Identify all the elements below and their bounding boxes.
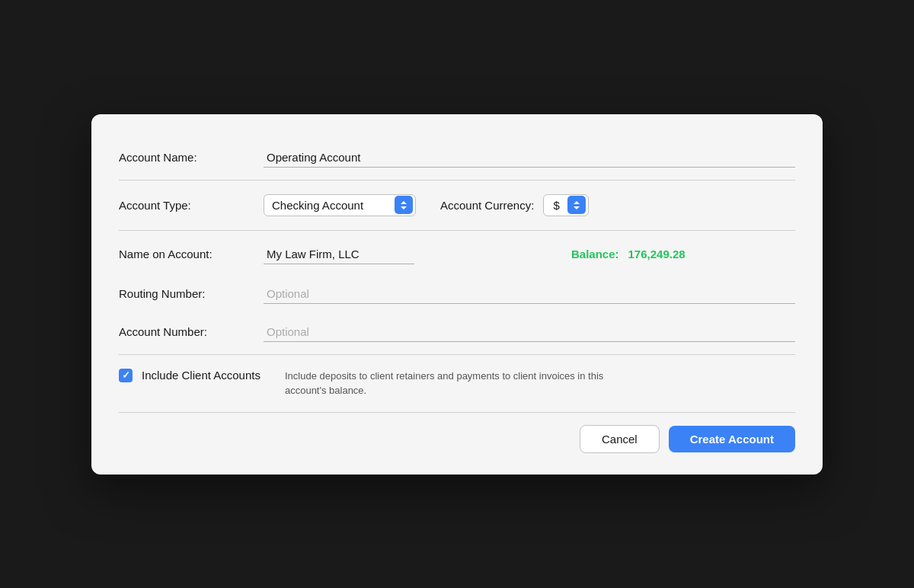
include-client-accounts-checkbox[interactable]: ✓ [119,369,133,382]
checkmark-icon: ✓ [122,370,130,380]
account-name-label: Account Name: [119,151,264,164]
include-client-accounts-label: Include Client Accounts [142,369,260,382]
button-row: Cancel Create Account [119,416,795,453]
account-type-label: Account Type: [119,199,264,212]
divider-2 [119,230,795,231]
name-on-account-row: Name on Account: Balance: 176,249.28 [119,234,795,275]
currency-select-wrapper: $ € £ ¥ [543,194,589,216]
routing-number-row: Routing Number: [119,275,795,313]
account-number-label: Account Number: [119,325,264,338]
create-account-dialog: Account Name: Account Type: Checking Acc… [91,114,823,475]
currency-select[interactable]: $ € £ ¥ [543,194,589,216]
name-on-account-input[interactable] [264,244,414,264]
balance-label: Balance: [571,248,619,260]
divider-1 [119,180,795,181]
include-client-accounts-row: ✓ Include Client Accounts Include deposi… [119,355,795,409]
cancel-button[interactable]: Cancel [580,425,660,453]
account-type-row: Account Type: Checking Account Savings A… [119,184,795,227]
name-input-wrapper [264,244,553,264]
include-client-accounts-description: Include deposits to client retainers and… [285,369,605,398]
balance-section: Balance: 176,249.28 [571,248,686,260]
account-type-select-wrapper: Checking Account Savings Account Credit … [264,194,416,216]
account-currency-label: Account Currency: [440,199,534,212]
account-type-controls: Checking Account Savings Account Credit … [264,194,795,216]
balance-value: 176,249.28 [628,248,686,260]
create-account-button[interactable]: Create Account [669,426,795,452]
account-number-row: Account Number: [119,313,795,355]
account-number-input[interactable] [264,322,795,342]
account-name-row: Account Name: [119,139,795,177]
account-name-input[interactable] [264,148,795,168]
routing-number-input[interactable] [264,284,795,304]
routing-number-label: Routing Number: [119,287,264,300]
divider-3 [119,412,795,413]
currency-section: Account Currency: $ € £ ¥ [440,194,589,216]
account-type-select[interactable]: Checking Account Savings Account Credit … [264,194,416,216]
name-on-account-label: Name on Account: [119,248,264,260]
